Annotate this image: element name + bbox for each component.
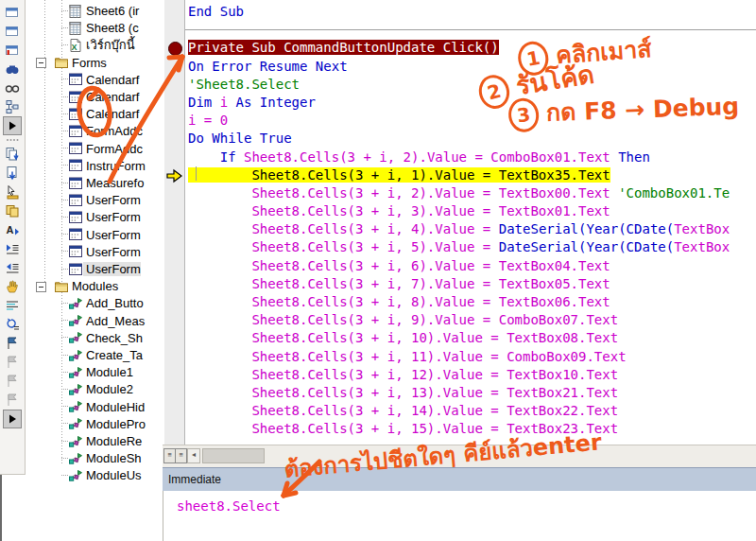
- tree-expander[interactable]: [36, 282, 46, 292]
- tree-item-userform[interactable]: UserForm: [26, 192, 163, 209]
- code-line: Sheet8.Cells(3 + i, 7).Value = TextBox05…: [188, 275, 730, 293]
- module-icon: [68, 416, 83, 431]
- clear-bookmarks-icon[interactable]: [3, 391, 22, 410]
- previous-bookmark-icon[interactable]: [3, 372, 22, 391]
- tree-item-label: Create_Ta: [83, 348, 143, 362]
- undo-list-icon[interactable]: [3, 315, 22, 334]
- form-icon: [68, 90, 83, 105]
- window-top-partial-icon[interactable]: [3, 3, 22, 22]
- tree-item-sheet6-ir[interactable]: Sheet6 (ir: [26, 3, 163, 20]
- copy-sheet-icon[interactable]: [3, 201, 22, 220]
- tree-item-instruform[interactable]: InstruForm: [26, 157, 163, 174]
- tree-item-modulehid[interactable]: ModuleHid: [26, 398, 163, 415]
- font-tool-icon[interactable]: A: [3, 220, 22, 239]
- outdent-icon[interactable]: [3, 258, 22, 277]
- tree-item-module1[interactable]: Module1: [26, 364, 163, 381]
- tree-item-module2[interactable]: Module2: [26, 381, 163, 398]
- tree-item-calendarf[interactable]: Calendarf: [26, 71, 163, 88]
- tree-item-userform[interactable]: UserForm: [26, 226, 163, 243]
- tree-item-formaddc[interactable]: FormAddc: [26, 140, 163, 157]
- tree-item-add-meas[interactable]: Add_Meas: [26, 312, 163, 329]
- module-icon: [68, 296, 83, 311]
- immediate-window[interactable]: sheet8.Select: [163, 491, 756, 541]
- tree-item-modules[interactable]: Modules: [26, 278, 163, 295]
- call-stack-icon[interactable]: [3, 97, 22, 116]
- tree-item-label: UserForm: [83, 245, 141, 259]
- tree-item-userform[interactable]: UserForm: [26, 243, 163, 260]
- procedure-divider: [185, 29, 756, 30]
- window-alert-icon[interactable]: [3, 41, 22, 60]
- tree-item-userform[interactable]: UserForm: [26, 261, 163, 278]
- tree-item-userform[interactable]: UserForm: [26, 209, 163, 226]
- code-line: Sheet8.Cells(3 + i, 2).Value = TextBox00…: [188, 184, 730, 202]
- pointer-measure-icon[interactable]: [3, 183, 22, 201]
- tree-item-check-sh[interactable]: Check_Sh: [26, 329, 163, 346]
- module-icon: [68, 434, 83, 449]
- tree-item-label: Module1: [83, 365, 133, 379]
- code-line: Sheet8.Cells(3 + i, 9).Value = ComboBox0…: [188, 311, 730, 329]
- form-icon: [68, 124, 83, 139]
- breakpoint-dot[interactable]: [168, 42, 182, 56]
- indent-icon[interactable]: [3, 239, 22, 258]
- tree-expander[interactable]: [36, 58, 46, 68]
- sheet-icon: [68, 21, 83, 36]
- tree-item--[interactable]: Xเวิร์กบุ๊กนี้: [26, 37, 163, 54]
- immediate-window-titlebar[interactable]: Immediate: [163, 467, 756, 492]
- tree-item-label: UserForm: [83, 262, 141, 276]
- tree-item-label: ModulePro: [83, 417, 146, 431]
- quick-watch-icon[interactable]: [3, 79, 22, 97]
- module-icon: [68, 348, 83, 363]
- toolbar-options-2-icon[interactable]: [3, 410, 22, 428]
- code-line: End Sub: [188, 3, 730, 21]
- tree-item-measurefo[interactable]: Measurefo: [26, 175, 163, 192]
- code-line: On Error Resume Next: [188, 58, 730, 76]
- tree-item-create-ta[interactable]: Create_Ta: [26, 347, 163, 364]
- hand-tool-icon[interactable]: [3, 277, 22, 296]
- hscroll-left-button[interactable]: ◂: [187, 448, 200, 463]
- tree-item-forms[interactable]: Forms: [26, 54, 163, 71]
- toggle-bookmark-icon[interactable]: [3, 334, 22, 353]
- breakpoint-margin[interactable]: [164, 0, 185, 445]
- properties-window-icon[interactable]: [3, 22, 22, 41]
- tree-item-formaddc[interactable]: FormAddc: [26, 123, 163, 140]
- tree-item-modulere[interactable]: ModuleRe: [26, 433, 163, 450]
- code-line: Sheet8.Cells(3 + i, 11).Value = ComboBox…: [188, 348, 730, 366]
- tree-item-calendarf[interactable]: Calendarf: [26, 89, 163, 106]
- list-lines-icon[interactable]: [3, 296, 22, 315]
- tree-item-modulesh[interactable]: ModuleSh: [26, 450, 163, 467]
- tree-item-label: Modules: [69, 279, 118, 293]
- form-icon: [68, 158, 83, 173]
- tree-item-add-butto[interactable]: Add_Butto: [26, 295, 163, 312]
- form-icon: [68, 176, 83, 191]
- project-explorer[interactable]: Sheet6 (irSheet8 (cXเวิร์กบุ๊กนี้FormsCa…: [26, 0, 163, 541]
- module-icon: [68, 313, 83, 328]
- tree-item-sheet8-c[interactable]: Sheet8 (c: [26, 20, 163, 37]
- module-icon: [68, 399, 83, 414]
- code-editor[interactable]: End SubPrivate Sub CommandButtonUpdate_C…: [185, 0, 756, 445]
- sheet-icon: [68, 4, 83, 19]
- hscroll-thumb[interactable]: [202, 448, 265, 463]
- module-icon: [68, 365, 83, 380]
- find-icon[interactable]: [3, 60, 22, 79]
- export-file-icon[interactable]: [3, 164, 22, 183]
- code-line: Sheet8.Cells(3 + i, 3).Value = TextBox01…: [188, 202, 730, 220]
- code-line: Do While True: [188, 130, 730, 148]
- full-module-view-button[interactable]: ≡: [175, 448, 187, 463]
- tree-item-label: ModuleRe: [83, 434, 142, 448]
- code-window-bottom-bar: ≡ ≡ ◂: [163, 445, 756, 468]
- tree-item-calendarf[interactable]: Calendarf: [26, 106, 163, 123]
- tree-item-label: UserForm: [83, 228, 141, 242]
- vba-editor-window: A Sheet6 (irSheet8 (cXเวิร์กบุ๊กนี้Forms…: [0, 0, 756, 541]
- copy-block-icon[interactable]: [3, 145, 22, 164]
- tree-item-label: Check_Sh: [83, 331, 143, 345]
- form-icon: [68, 244, 83, 259]
- code-line: Sheet8.Cells(3 + i, 4).Value = DateSeria…: [188, 220, 730, 238]
- module-icon: [68, 382, 83, 397]
- tree-item-label: Calendarf: [83, 73, 139, 87]
- tree-item-moduleus[interactable]: ModuleUs: [26, 467, 163, 484]
- tree-item-label: FormAddc: [83, 142, 143, 156]
- tree-item-modulepro[interactable]: ModulePro: [26, 415, 163, 432]
- text-caret: [196, 166, 197, 181]
- module-icon: [68, 330, 83, 345]
- next-bookmark-icon[interactable]: [3, 353, 22, 372]
